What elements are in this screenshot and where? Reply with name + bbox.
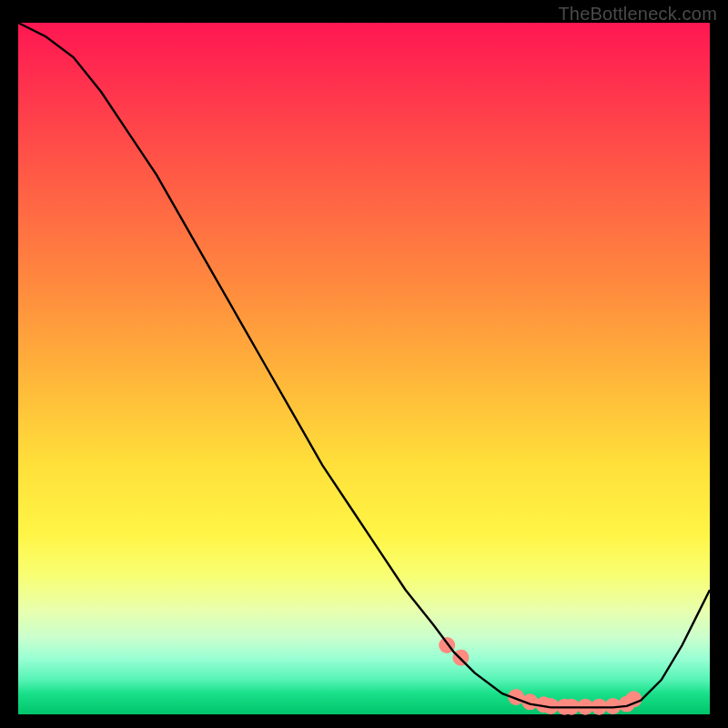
bottleneck-curve: [18, 23, 710, 707]
highlight-dots-group: [439, 637, 642, 715]
chart-svg: [18, 23, 710, 714]
chart-stage: TheBottleneck.com: [0, 0, 728, 728]
watermark-label: TheBottleneck.com: [558, 4, 717, 25]
plot-area: [18, 23, 710, 714]
